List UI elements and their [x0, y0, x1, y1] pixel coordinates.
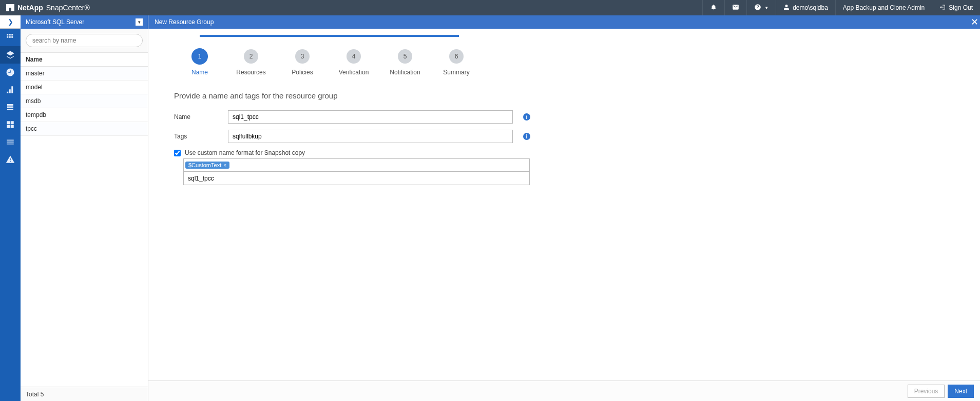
- list-item[interactable]: tempdb: [21, 108, 148, 122]
- nav-monitor[interactable]: [0, 64, 21, 81]
- close-button[interactable]: ✕: [969, 15, 980, 29]
- wizard-step-3[interactable]: 3 Policies: [277, 49, 328, 76]
- step-label: Summary: [443, 69, 469, 76]
- wizard-footer: Previous Next: [148, 380, 980, 401]
- list-item[interactable]: model: [21, 81, 148, 94]
- list-item[interactable]: tpcc: [21, 122, 148, 136]
- token-input[interactable]: $CustomText ×: [183, 158, 530, 172]
- brand-company: NetApp: [17, 4, 43, 12]
- help-icon: [754, 4, 761, 12]
- chevron-right-icon: ❯: [8, 18, 13, 26]
- step-label: Name: [191, 69, 208, 76]
- signout-button[interactable]: Sign Out: [932, 0, 980, 15]
- netapp-logo-icon: [6, 4, 14, 11]
- bell-icon: [710, 4, 717, 12]
- step-label: Resources: [236, 69, 265, 76]
- token-label: $CustomText: [188, 162, 221, 168]
- custom-text-input[interactable]: [183, 172, 530, 185]
- step-number: 2: [244, 49, 258, 64]
- step-number: 6: [449, 49, 464, 64]
- step-label: Policies: [292, 69, 313, 76]
- custom-format-label: Use custom name format for Snapshot copy: [185, 149, 305, 156]
- step-number: 4: [347, 49, 361, 64]
- list-item[interactable]: msdb: [21, 94, 148, 108]
- wizard-step-2[interactable]: 2 Resources: [225, 49, 277, 76]
- signout-label: Sign Out: [949, 4, 973, 11]
- column-header-name[interactable]: Name: [21, 52, 148, 67]
- list-item[interactable]: master: [21, 67, 148, 81]
- previous-button: Previous: [908, 385, 945, 398]
- messages-button[interactable]: [724, 0, 746, 15]
- user-label: demo\sqldba: [793, 4, 828, 11]
- wizard-step-1[interactable]: 1 Name: [174, 49, 225, 76]
- custom-format-checkbox[interactable]: [174, 150, 181, 156]
- step-label: Notification: [390, 69, 420, 76]
- role-label-wrap[interactable]: App Backup and Clone Admin: [835, 0, 932, 15]
- step-number: 5: [398, 49, 412, 64]
- nav-resources[interactable]: [0, 46, 21, 64]
- token-remove-icon[interactable]: ×: [223, 163, 226, 168]
- step-number: 1: [193, 49, 207, 64]
- resource-type-label: Microsoft SQL Server: [26, 18, 84, 26]
- label-name: Name: [174, 113, 228, 121]
- help-button[interactable]: ▼: [746, 0, 776, 15]
- search-input[interactable]: [26, 34, 143, 47]
- sidebar-footer-total: Total 5: [21, 387, 148, 401]
- rail-expand-button[interactable]: ❯: [0, 15, 21, 29]
- brand-product: SnapCenter®: [46, 4, 90, 12]
- resource-sidebar: Microsoft SQL Server ▾ Name master model…: [21, 15, 148, 401]
- next-button[interactable]: Next: [948, 385, 974, 398]
- nav-rail: ❯: [0, 15, 21, 401]
- brand: NetApp SnapCenter®: [0, 4, 96, 12]
- user-menu[interactable]: demo\sqldba: [776, 0, 835, 15]
- nav-reports[interactable]: [0, 81, 21, 98]
- name-input[interactable]: [228, 110, 513, 124]
- label-tags: Tags: [174, 133, 228, 140]
- nav-storage[interactable]: [0, 116, 21, 133]
- step-number: 3: [295, 49, 310, 64]
- info-icon[interactable]: i: [523, 113, 530, 121]
- nav-dashboard[interactable]: [0, 29, 21, 46]
- tags-input[interactable]: [228, 130, 513, 143]
- signout-icon: [939, 4, 946, 12]
- mail-icon: [732, 4, 739, 12]
- token-customtext[interactable]: $CustomText ×: [185, 162, 229, 169]
- info-icon[interactable]: i: [523, 133, 530, 140]
- resource-type-selector[interactable]: Microsoft SQL Server ▾: [21, 15, 148, 29]
- content-panel: New Resource Group ✕ 1 Name 2 Resources …: [148, 15, 980, 401]
- nav-hosts[interactable]: [0, 98, 21, 116]
- database-list: master model msdb tempdb tpcc: [21, 67, 148, 387]
- nav-settings[interactable]: [0, 133, 21, 151]
- resource-type-dropdown-icon[interactable]: ▾: [136, 18, 143, 26]
- notifications-button[interactable]: [702, 0, 724, 15]
- role-label: App Backup and Clone Admin: [843, 4, 925, 11]
- wizard-steps: 1 Name 2 Resources 3 Policies 4 Verifica…: [148, 29, 980, 86]
- form-title: Provide a name and tags for the resource…: [174, 91, 954, 100]
- content-title: New Resource Group: [148, 15, 980, 29]
- wizard-step-5[interactable]: 5 Notification: [379, 49, 431, 76]
- form-area: Provide a name and tags for the resource…: [148, 86, 980, 190]
- wizard-step-6[interactable]: 6 Summary: [431, 49, 482, 76]
- help-caret-icon: ▼: [764, 6, 768, 10]
- wizard-step-4[interactable]: 4 Verification: [328, 49, 379, 76]
- nav-alerts[interactable]: [0, 151, 21, 168]
- topbar: NetApp SnapCenter® ▼ demo\sqldba App Bac…: [0, 0, 980, 15]
- user-icon: [783, 4, 790, 12]
- close-icon: ✕: [971, 16, 978, 28]
- step-label: Verification: [339, 69, 369, 76]
